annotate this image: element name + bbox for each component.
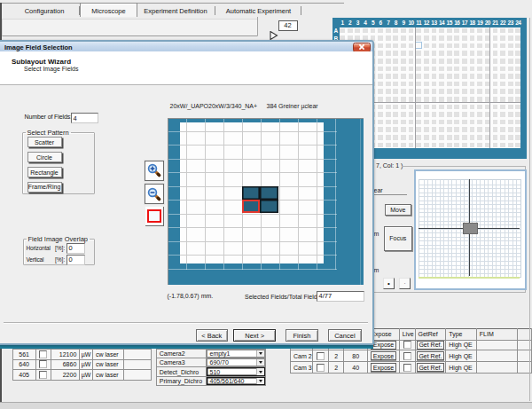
plate-well[interactable] xyxy=(378,35,383,41)
plate-well[interactable] xyxy=(508,135,513,140)
plate-well[interactable] xyxy=(447,112,452,117)
combo-arrow[interactable] xyxy=(256,378,264,384)
plate-well[interactable] xyxy=(401,105,406,110)
plate-well[interactable] xyxy=(515,35,520,41)
back-button[interactable]: < Back xyxy=(196,329,229,342)
plate-well[interactable] xyxy=(386,51,391,56)
plate-well[interactable] xyxy=(477,120,482,125)
plate-well[interactable] xyxy=(386,105,391,110)
plate-well[interactable] xyxy=(508,59,513,64)
plate-well[interactable] xyxy=(393,89,398,94)
plate-well[interactable] xyxy=(401,43,406,49)
combo-primary_dichro[interactable]: 405/561/640 xyxy=(207,377,265,385)
plate-well[interactable] xyxy=(416,127,421,132)
plate-well[interactable] xyxy=(432,89,437,94)
plate-well[interactable] xyxy=(424,82,429,87)
plate-well[interactable] xyxy=(508,35,513,41)
plate-well[interactable] xyxy=(439,112,444,117)
plate-well[interactable] xyxy=(470,28,475,34)
plate-well[interactable] xyxy=(493,67,498,72)
plate-well[interactable] xyxy=(378,43,383,49)
plate-well[interactable] xyxy=(493,112,498,117)
plate-well[interactable] xyxy=(378,127,383,132)
plate-well[interactable] xyxy=(462,43,467,49)
plate-well[interactable] xyxy=(508,43,513,49)
plate-well[interactable] xyxy=(462,143,467,148)
plate-well[interactable] xyxy=(386,43,391,49)
plate-well[interactable] xyxy=(493,82,498,87)
plate-well[interactable] xyxy=(409,105,414,110)
plate-well[interactable] xyxy=(378,28,383,34)
checkbox[interactable] xyxy=(39,350,47,358)
plate-well[interactable] xyxy=(386,112,391,117)
plate-well[interactable] xyxy=(508,28,513,34)
counter-field[interactable]: 42 xyxy=(278,20,298,31)
plate-well[interactable] xyxy=(424,67,429,72)
plate-well[interactable] xyxy=(393,105,398,110)
plate-well[interactable] xyxy=(500,112,505,117)
plate-well[interactable] xyxy=(401,127,406,132)
plate-well[interactable] xyxy=(416,82,421,87)
plate-well[interactable] xyxy=(470,127,475,132)
plate-well[interactable] xyxy=(454,82,459,87)
plate-well[interactable] xyxy=(409,67,414,72)
expose-button[interactable]: Expose xyxy=(371,363,396,373)
pattern-button-circle[interactable]: Circle xyxy=(27,152,62,162)
plate-well[interactable] xyxy=(432,112,437,117)
plate-well[interactable] xyxy=(378,112,383,117)
plate-well[interactable] xyxy=(447,51,452,56)
plate-well[interactable] xyxy=(493,120,498,125)
plate-well[interactable] xyxy=(508,127,513,132)
plate-well[interactable] xyxy=(454,59,459,64)
plate-well[interactable] xyxy=(393,135,398,140)
plate-well[interactable] xyxy=(493,135,498,140)
plate-well[interactable] xyxy=(447,105,452,110)
plate-well[interactable] xyxy=(508,143,513,148)
plate-well[interactable] xyxy=(439,127,444,132)
plate-well[interactable] xyxy=(386,67,391,72)
plate-well[interactable] xyxy=(462,67,467,72)
plate-well[interactable] xyxy=(500,28,505,34)
plate-well[interactable] xyxy=(470,143,475,148)
plate-well[interactable] xyxy=(447,67,452,72)
plate-well[interactable] xyxy=(378,51,383,56)
plate-well[interactable] xyxy=(477,59,482,64)
plate-well[interactable] xyxy=(409,82,414,87)
plate-well[interactable] xyxy=(508,120,513,125)
plate-well[interactable] xyxy=(416,51,421,56)
plate-well[interactable] xyxy=(424,143,429,148)
zoom-out-button[interactable] xyxy=(145,184,164,204)
plate-well[interactable] xyxy=(470,120,475,125)
plate-well[interactable] xyxy=(462,127,467,132)
pattern-button-frame-ring[interactable]: Frame/Ring xyxy=(27,182,62,193)
plate-well[interactable] xyxy=(409,127,414,132)
selected-field-red[interactable] xyxy=(242,200,261,213)
step-button-1[interactable]: • xyxy=(383,278,395,289)
plate-well[interactable] xyxy=(493,51,498,56)
plate-well[interactable] xyxy=(432,105,437,110)
plate-well[interactable] xyxy=(416,143,421,148)
plate-well[interactable] xyxy=(401,112,406,117)
selected-fields-field[interactable]: 4/77 xyxy=(317,291,364,302)
plate-well[interactable] xyxy=(409,43,414,49)
combo-arrow[interactable] xyxy=(256,359,264,366)
plate-well[interactable] xyxy=(378,59,383,64)
plate-well[interactable] xyxy=(454,35,459,41)
plate-well[interactable] xyxy=(378,89,383,94)
plate-well[interactable] xyxy=(439,105,444,110)
plate-well[interactable] xyxy=(493,74,498,79)
plate-well[interactable] xyxy=(493,105,498,110)
plate-well[interactable] xyxy=(500,105,505,110)
plate-well[interactable] xyxy=(462,59,467,64)
plate-well[interactable] xyxy=(477,74,482,79)
plate-well[interactable] xyxy=(401,35,406,41)
combo-detect_dichro[interactable]: 510 xyxy=(207,367,265,375)
plate-well[interactable] xyxy=(462,51,467,56)
plate-well[interactable] xyxy=(424,28,429,34)
plate-well[interactable] xyxy=(439,143,444,148)
plate-well[interactable] xyxy=(416,120,421,125)
plate-well[interactable] xyxy=(439,74,444,79)
plate-well[interactable] xyxy=(477,67,482,72)
plate-well[interactable] xyxy=(424,120,429,125)
plate-well[interactable] xyxy=(454,51,459,56)
